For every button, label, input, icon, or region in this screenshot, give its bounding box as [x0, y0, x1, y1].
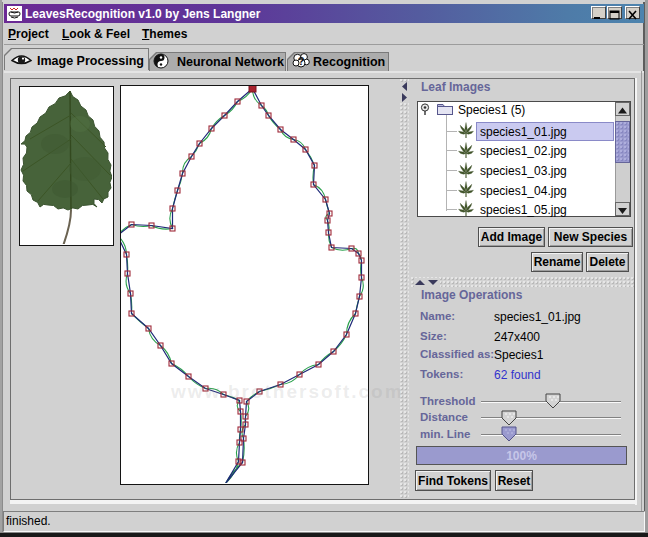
svg-text:?: ? [298, 55, 305, 67]
